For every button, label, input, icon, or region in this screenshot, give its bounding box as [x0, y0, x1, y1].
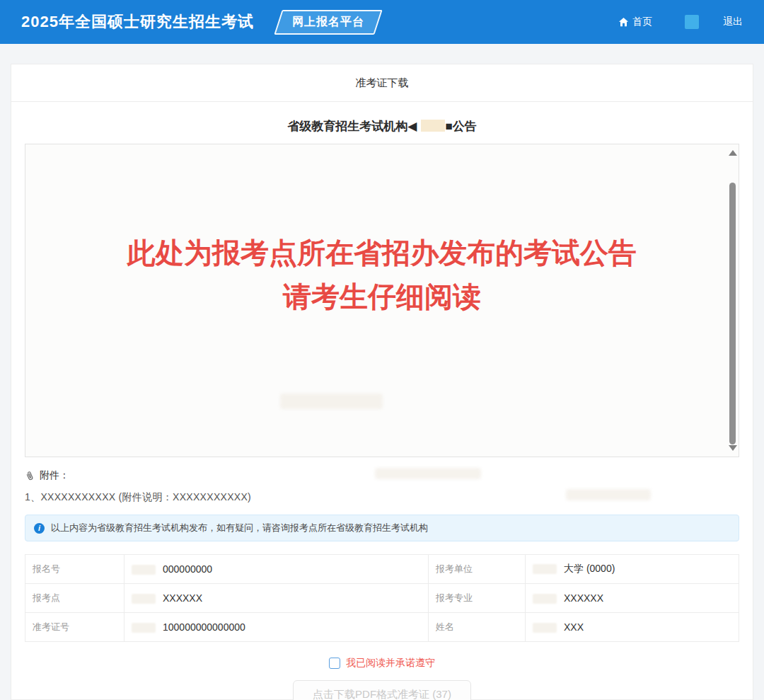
scroll-thumb[interactable]: [729, 183, 736, 444]
announcement-viewer[interactable]: 此处为报考点所在省招办发布的考试公告 请考生仔细阅读: [25, 144, 739, 457]
page-title: 准考证下载: [11, 64, 753, 102]
cell-label-major: 报考专业: [429, 584, 526, 613]
cell-value-ticketno: 100000000000000: [125, 613, 429, 642]
cell-value-regno: 000000000: [125, 555, 429, 584]
download-button[interactable]: 点击下载PDF格式准考证 (37): [293, 680, 471, 700]
attachment-header: 附件：: [25, 469, 739, 482]
nav-home[interactable]: 首页: [618, 16, 652, 28]
table-row: 准考证号 100000000000000 姓名 XXX: [25, 613, 739, 642]
nav-home-label: 首页: [632, 16, 652, 28]
redaction-block: [421, 120, 445, 132]
cell-value-site: XXXXXX: [125, 584, 429, 613]
scroll-up-icon[interactable]: [729, 150, 737, 156]
announcement-heading-suffix: ■公告: [445, 120, 476, 133]
cell-value-major: XXXXXX: [526, 584, 739, 613]
info-banner: i 以上内容为省级教育招生考试机构发布，如有疑问，请咨询报考点所在省级教育招生考…: [25, 515, 739, 541]
registration-table: 报名号 000000000 报考单位 大学 (0000) 报考点 XXXXXX …: [25, 554, 739, 642]
attachment-item[interactable]: 1、XXXXXXXXXXX (附件说明：XXXXXXXXXXX): [25, 491, 739, 504]
cell-label-site: 报考点: [25, 584, 125, 613]
redaction-smudge: [280, 394, 383, 409]
redaction-smudge: [132, 565, 156, 575]
info-icon: i: [34, 523, 45, 534]
announcement-heading-partial-glyph: ◀: [407, 120, 417, 133]
agreement-row: 我已阅读并承诺遵守: [11, 657, 753, 670]
table-row: 报名号 000000000 报考单位 大学 (0000): [25, 555, 739, 584]
app-title: 2025年全国硕士研究生招生考试: [21, 11, 254, 33]
info-banner-text: 以上内容为省级教育招生考试机构发布，如有疑问，请咨询报考点所在省级教育招生考试机…: [51, 522, 428, 534]
cell-label-ticketno: 准考证号: [25, 613, 125, 642]
cell-value-unit: 大学 (0000): [526, 555, 739, 584]
paperclip-icon: [25, 471, 35, 481]
redaction-smudge: [132, 623, 156, 633]
home-icon: [618, 17, 629, 28]
redacted-username: [685, 15, 699, 29]
announcement-heading-prefix: 省级教育招生考试机构: [287, 120, 407, 133]
attachment-label: 附件：: [40, 469, 69, 482]
table-row: 报考点 XXXXXX 报考专业 XXXXXX: [25, 584, 739, 613]
scrollbar[interactable]: [727, 144, 737, 457]
nav-logout-label: 退出: [723, 16, 743, 28]
announcement-placeholder-text: 此处为报考点所在省招办发布的考试公告 请考生仔细阅读: [25, 144, 739, 319]
cell-label-regno: 报名号: [25, 555, 125, 584]
content-card: 准考证下载 省级教育招生考试机构◀■公告 此处为报考点所在省招办发布的考试公告 …: [11, 64, 753, 700]
announcement-heading: 省级教育招生考试机构◀■公告: [11, 118, 753, 134]
announcement-line-1: 此处为报考点所在省招办发布的考试公告: [25, 231, 739, 275]
redaction-smudge: [533, 564, 557, 574]
cell-label-unit: 报考单位: [429, 555, 526, 584]
redaction-smudge: [533, 623, 557, 633]
cell-label-name: 姓名: [429, 613, 526, 642]
nav-logout[interactable]: 退出: [723, 16, 743, 28]
attachment-section: 附件： 1、XXXXXXXXXXX (附件说明：XXXXXXXXXXX): [25, 469, 739, 504]
redaction-smudge: [533, 594, 557, 604]
agreement-checkbox[interactable]: [329, 658, 340, 669]
agreement-label[interactable]: 我已阅读并承诺遵守: [346, 657, 435, 670]
top-header: 2025年全国硕士研究生招生考试 网上报名平台 首页 退出: [0, 0, 764, 44]
platform-badge-label: 网上报名平台: [292, 15, 364, 30]
redaction-smudge: [132, 594, 156, 604]
announcement-line-2: 请考生仔细阅读: [25, 275, 739, 319]
cell-value-name: XXX: [526, 613, 739, 642]
scroll-down-icon[interactable]: [729, 445, 737, 451]
platform-badge: 网上报名平台: [274, 10, 382, 35]
